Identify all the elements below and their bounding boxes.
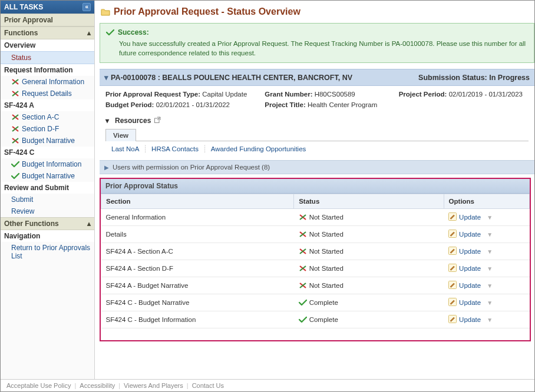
sidebar-review-head: Review and Submit: [1, 182, 94, 194]
sidebar-item-sf424c-budget-information[interactable]: Budget Information: [1, 158, 94, 170]
sidebar-item-review[interactable]: Review: [1, 205, 94, 217]
table-row: SF424 A - Section A-CNot StartedUpdate▼: [101, 243, 530, 260]
main-content: Prior Approval Request - Status Overview…: [95, 1, 534, 379]
tab-view[interactable]: View: [105, 129, 136, 141]
status-table-title: Prior Approval Status: [101, 179, 530, 194]
sidebar-collapse-button[interactable]: «: [82, 3, 91, 11]
table-row: SF424 C - Budget InformationCompleteUpda…: [101, 311, 530, 328]
cell-status: Not Started: [294, 226, 444, 243]
sidebar-item-submit[interactable]: Submit: [1, 194, 94, 205]
record-header-title: PA-00100078 : BEALLS POULENC HEALTH CENT…: [111, 74, 352, 82]
permissions-panel-header[interactable]: ▶ Users with permission on Prior Approva…: [100, 160, 534, 174]
link-awarded-funding[interactable]: Awarded Funding Opportunities: [211, 145, 306, 152]
cell-section: SF424 C - Budget Narrative: [101, 294, 294, 311]
check-icon: [11, 161, 19, 168]
pencil-icon: [448, 230, 457, 239]
sidebar-item-general-information[interactable]: General Information: [1, 76, 94, 88]
projtitle-value: Health Center Program: [308, 101, 377, 108]
cell-section: Details: [101, 226, 294, 243]
cell-section: SF424 A - Section A-C: [101, 243, 294, 260]
sidebar-group-functions[interactable]: Functions▴: [1, 26, 94, 39]
table-row: DetailsNot StartedUpdate▼: [101, 226, 530, 243]
cell-section: SF424 A - Section D-F: [101, 260, 294, 277]
sidebar-sf424c-head: SF-424 C: [1, 147, 94, 158]
table-row: SF424 C - Budget NarrativeCompleteUpdate…: [101, 294, 530, 311]
grant-label: Grant Number:: [265, 91, 312, 98]
update-link[interactable]: Update: [459, 231, 481, 238]
type-label: Prior Approval Request Type:: [105, 91, 200, 98]
footer-link-aup[interactable]: Acceptable Use Policy: [6, 382, 71, 389]
cell-status: Complete: [294, 294, 444, 311]
sidebar-item-section-ac[interactable]: Section A-C: [1, 111, 94, 123]
chevron-down-icon[interactable]: ▼: [487, 231, 493, 238]
table-row: SF424 A - Budget NarrativeNot StartedUpd…: [101, 277, 530, 294]
sidebar-item-sf424a-budget-narrative[interactable]: Budget Narrative: [1, 135, 94, 147]
sidebar-header: ALL TASKS «: [1, 1, 94, 14]
sidebar-group-prior-approval[interactable]: Prior Approval: [1, 14, 94, 26]
resources-section: ▾ Resources View Last NoA ┊ HRSA Contact…: [100, 111, 534, 157]
x-icon: [299, 282, 307, 289]
footer-link-accessibility[interactable]: Accessibility: [80, 382, 115, 389]
sidebar-item-status[interactable]: Status: [1, 51, 94, 64]
x-icon: [11, 90, 19, 97]
update-link[interactable]: Update: [459, 316, 481, 323]
sidebar-title: ALL TASKS: [4, 3, 43, 11]
sidebar-group-other-functions[interactable]: Other Functions▴: [1, 217, 94, 230]
link-hrsa-contacts[interactable]: HRSA Contacts: [151, 145, 199, 152]
chevron-down-icon[interactable]: ▼: [487, 248, 493, 255]
update-link[interactable]: Update: [459, 282, 481, 289]
link-last-noa[interactable]: Last NoA: [111, 145, 139, 152]
x-icon: [299, 248, 307, 255]
footer-link-viewers[interactable]: Viewers And Players: [124, 382, 183, 389]
cell-options: Update▼: [444, 209, 529, 226]
x-icon: [299, 231, 307, 238]
update-link[interactable]: Update: [459, 265, 481, 272]
col-options: Options: [444, 194, 529, 209]
update-link[interactable]: Update: [459, 248, 481, 255]
chevron-down-icon[interactable]: ▼: [487, 214, 493, 221]
sidebar-item-return-to-list[interactable]: Return to Prior Approvals List: [1, 242, 94, 262]
footer-link-contact[interactable]: Contact Us: [192, 382, 224, 389]
resources-toggle[interactable]: ▾ Resources: [105, 117, 161, 125]
cell-status: Not Started: [294, 277, 444, 294]
pencil-icon: [448, 298, 457, 307]
sidebar-item-request-details[interactable]: Request Details: [1, 88, 94, 99]
status-table-wrap: Prior Approval Status Section Status Opt…: [100, 178, 531, 341]
pencil-icon: [448, 247, 457, 256]
update-link[interactable]: Update: [459, 214, 481, 221]
record-info-row: Prior Approval Request Type: Capital Upd…: [100, 86, 534, 111]
cell-status: Not Started: [294, 243, 444, 260]
cell-options: Update▼: [444, 243, 529, 260]
sidebar-overview-head[interactable]: Overview: [1, 39, 94, 51]
success-heading: Success:: [118, 28, 149, 36]
table-row: General InformationNot StartedUpdate▼: [101, 209, 530, 226]
record-header-bar[interactable]: ▾PA-00100078 : BEALLS POULENC HEALTH CEN…: [100, 69, 534, 86]
budget-value: 02/01/2021 - 01/31/2022: [156, 101, 230, 108]
cell-options: Update▼: [444, 226, 529, 243]
check-icon: [11, 172, 19, 180]
grant-value: H80CS00589: [315, 91, 355, 98]
check-icon: [299, 299, 307, 306]
sidebar-item-section-df[interactable]: Section D-F: [1, 123, 94, 135]
chevron-right-icon: ▶: [104, 164, 109, 171]
success-message: You have successfully created a Prior Ap…: [106, 39, 528, 58]
pencil-icon: [448, 264, 457, 273]
check-icon: [106, 29, 114, 36]
chevron-down-icon[interactable]: ▼: [487, 300, 493, 306]
chevron-down-icon[interactable]: ▼: [487, 265, 493, 272]
x-icon: [299, 214, 307, 221]
footer: Acceptable Use Policy| Accessibility| Vi…: [1, 379, 534, 391]
pencil-icon: [448, 281, 457, 290]
cell-options: Update▼: [444, 260, 529, 277]
chevron-down-icon[interactable]: ▼: [487, 283, 493, 289]
x-icon: [11, 125, 19, 132]
pencil-icon: [448, 315, 457, 324]
x-icon: [11, 78, 19, 85]
folder-icon: [101, 8, 110, 16]
type-value: Capital Update: [202, 91, 247, 98]
update-link[interactable]: Update: [459, 299, 481, 306]
chevron-down-icon[interactable]: ▼: [487, 317, 493, 323]
cell-status: Complete: [294, 311, 444, 328]
sidebar-item-sf424c-budget-narrative[interactable]: Budget Narrative: [1, 170, 94, 182]
cell-section: SF424 A - Budget Narrative: [101, 277, 294, 294]
